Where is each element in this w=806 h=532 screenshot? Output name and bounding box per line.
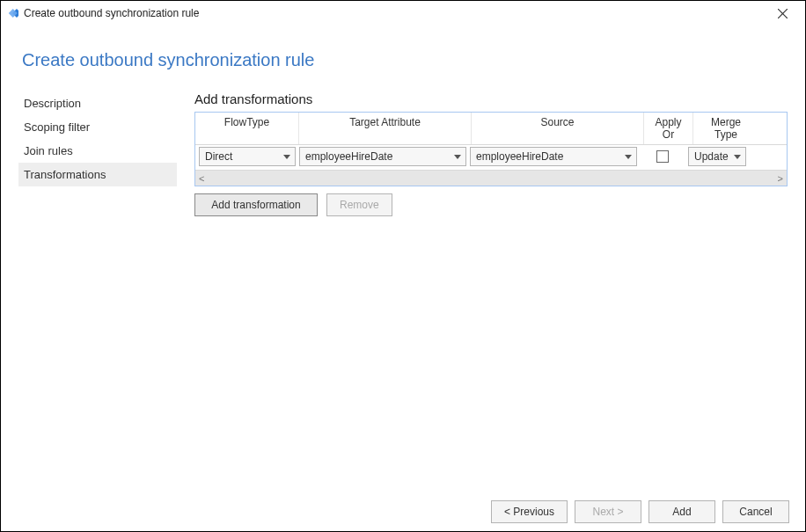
cancel-button[interactable]: Cancel <box>722 500 789 523</box>
col-header-target: Target Attribute <box>299 113 472 144</box>
flowtype-combo[interactable]: Direct <box>199 147 296 166</box>
col-header-flowtype: FlowType <box>195 113 299 144</box>
source-value: employeeHireDate <box>476 150 563 163</box>
dialog-window: Create outbound synchronization rule Cre… <box>0 0 806 532</box>
sidebar-item-transformations[interactable]: Transformations <box>18 163 177 186</box>
sidebar-item-scoping-filter[interactable]: Scoping filter <box>18 115 177 139</box>
scroll-left-icon: < <box>199 173 204 184</box>
app-icon <box>6 7 18 19</box>
merge-type-combo[interactable]: Update <box>688 147 746 166</box>
page-title: Create outbound synchronization rule <box>22 50 788 70</box>
titlebar: Create outbound synchronization rule <box>1 1 805 26</box>
add-transformation-button[interactable]: Add transformation <box>194 193 318 216</box>
previous-button[interactable]: < Previous <box>491 500 568 523</box>
col-header-merge: Merge Type <box>693 113 758 144</box>
close-button[interactable] <box>765 1 800 26</box>
remove-button[interactable]: Remove <box>326 193 392 216</box>
grid-button-row: Add transformation Remove <box>194 193 788 216</box>
apply-once-cell <box>641 150 685 163</box>
add-button[interactable]: Add <box>648 500 715 523</box>
scroll-right-icon: > <box>778 173 783 184</box>
source-combo[interactable]: employeeHireDate <box>470 147 637 166</box>
col-header-source: Source <box>472 113 644 144</box>
wizard-footer: < Previous Next > Add Cancel <box>1 492 805 531</box>
body-row: Description Scoping filter Join rules Tr… <box>18 91 788 492</box>
section-title: Add transformations <box>194 91 788 106</box>
window-title: Create outbound synchronization rule <box>24 7 199 19</box>
next-button[interactable]: Next > <box>575 500 641 523</box>
flowtype-value: Direct <box>205 150 232 163</box>
apply-once-checkbox[interactable] <box>656 150 669 163</box>
grid-header: FlowType Target Attribute Source Apply O… <box>195 113 787 145</box>
sidebar-item-description[interactable]: Description <box>18 91 177 115</box>
main-panel: Add transformations FlowType Target Attr… <box>177 91 788 492</box>
content-area: Create outbound synchronization rule Des… <box>1 26 805 492</box>
sidebar-item-join-rules[interactable]: Join rules <box>18 139 177 163</box>
table-row: Direct employeeHireDate employeeHireDate <box>195 145 787 170</box>
transformations-grid: FlowType Target Attribute Source Apply O… <box>194 112 788 186</box>
target-attribute-combo[interactable]: employeeHireDate <box>299 147 466 166</box>
target-attribute-value: employeeHireDate <box>305 150 392 163</box>
col-header-apply: Apply Or <box>644 113 693 144</box>
wizard-sidebar: Description Scoping filter Join rules Tr… <box>18 91 177 492</box>
grid-horizontal-scrollbar[interactable]: < > <box>195 170 787 186</box>
merge-type-value: Update <box>694 150 729 163</box>
